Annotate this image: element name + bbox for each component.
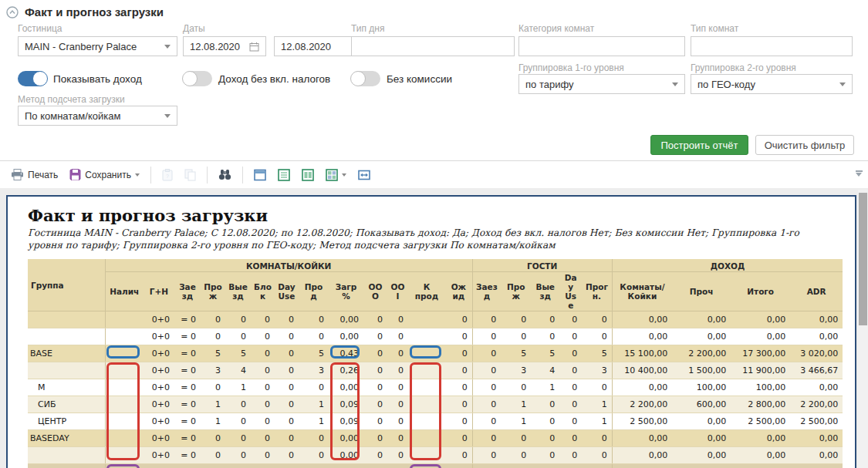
- group-cell: [28, 464, 105, 468]
- table-cell: 15 100,00: [612, 345, 672, 362]
- room-type-input[interactable]: [697, 41, 846, 52]
- table-cell: = 0: [174, 396, 201, 413]
- view-document-button[interactable]: [275, 167, 293, 183]
- table-cell: 0: [387, 328, 408, 345]
- day-type-input[interactable]: [358, 41, 508, 52]
- table-cell: 1 500,00: [672, 362, 731, 379]
- table-cell: 17 300,00: [731, 464, 790, 468]
- room-type-field[interactable]: [691, 36, 853, 56]
- fit-width-icon: [358, 169, 370, 181]
- table-cell: 2 200,00: [612, 396, 672, 413]
- table-cell: 0: [363, 328, 387, 345]
- grouping2-select[interactable]: по ГЕО-коду: [691, 74, 853, 94]
- column-header: ADR: [790, 271, 843, 311]
- clear-filter-button[interactable]: Очистить фильтр: [755, 135, 854, 155]
- view-grid-button[interactable]: [323, 167, 350, 183]
- table-cell: 0: [582, 328, 612, 345]
- table-cell: 5: [201, 345, 225, 362]
- vertical-scrollbar[interactable]: [858, 190, 868, 468]
- table-cell: 0: [582, 311, 612, 328]
- no-commission-toggle[interactable]: [351, 71, 380, 86]
- table-cell: 0: [531, 413, 559, 430]
- table-cell: 1 150: [105, 464, 144, 468]
- table-cell: 0: [363, 464, 387, 468]
- scrollbar-thumb[interactable]: [859, 193, 867, 325]
- print-button[interactable]: Печать: [8, 167, 61, 183]
- table-cell: 0,00: [672, 430, 731, 447]
- report-title: Факт и прогноз загрузки: [28, 206, 850, 225]
- day-type-field[interactable]: [351, 36, 515, 56]
- paste-button[interactable]: ?: [159, 167, 176, 183]
- table-cell: 0: [275, 311, 299, 328]
- table-cell: 1: [582, 396, 612, 413]
- column-header: Выезд: [531, 271, 559, 311]
- income-no-tax-toggle-row: Доход без вкл. налогов: [183, 71, 330, 86]
- table-cell: 100,00: [731, 379, 790, 396]
- table-cell: 1 145: [408, 464, 445, 468]
- chevron-down-icon: [135, 173, 140, 177]
- table-cell: = 0: [174, 447, 201, 464]
- date-to-field[interactable]: 12.08.2020: [274, 36, 360, 56]
- table-cell: 0,00: [731, 447, 790, 464]
- table-cell: 0: [472, 345, 501, 362]
- hotel-select[interactable]: MAIN - Cranberry Palace: [18, 36, 177, 56]
- view-window-button[interactable]: [251, 167, 269, 183]
- room-category-input[interactable]: [525, 41, 678, 52]
- income-no-tax-toggle[interactable]: [183, 71, 212, 86]
- show-income-toggle[interactable]: [18, 71, 47, 86]
- table-cell: 1: [201, 413, 225, 430]
- toolbar-separator: [150, 167, 151, 183]
- table-cell: 0,00: [790, 447, 843, 464]
- table-row: 0+0= 0000000,00000000000,000,000,000,00: [28, 311, 843, 328]
- room-category-field[interactable]: [518, 36, 685, 56]
- toggle-knob: [182, 71, 198, 86]
- table-cell: 0: [251, 447, 275, 464]
- table-cell: [408, 379, 445, 396]
- report-table-wrap: ГруппаКОМНАТЫ/КОЙКИГОСТИДОХОДНаличГ+НЗае…: [28, 259, 843, 468]
- column-header: Загр %: [329, 271, 363, 311]
- table-cell: 0: [251, 413, 275, 430]
- table-cell: 0: [251, 396, 275, 413]
- column-header: Блок: [251, 271, 275, 311]
- table-cell: 0: [275, 362, 299, 379]
- table-cell: 0: [445, 413, 472, 430]
- table-cell: 0+0: [144, 464, 174, 468]
- table-cell: 0+0: [144, 413, 174, 430]
- collapse-panel-icon[interactable]: [6, 6, 19, 19]
- table-cell: 0: [275, 345, 299, 362]
- table-cell: 0,43: [329, 464, 363, 468]
- build-report-button[interactable]: Построить отчёт: [650, 135, 748, 155]
- table-cell: 0,43: [329, 345, 363, 362]
- grouping2-value: по ГЕО-коду: [697, 79, 755, 90]
- table-cell: 600,00: [672, 396, 731, 413]
- binoculars-icon: [218, 169, 231, 180]
- count-method-select[interactable]: По комнатам/койкам: [18, 106, 177, 126]
- no-commission-toggle-row: Без комиссии: [351, 71, 452, 86]
- table-cell: 0: [472, 413, 501, 430]
- paste-icon: ?: [162, 169, 173, 181]
- table-cell: = 0: [174, 430, 201, 447]
- save-button[interactable]: Сохранить: [66, 167, 143, 183]
- column-header: Налич: [105, 271, 144, 311]
- table-cell: 1: [299, 396, 329, 413]
- table-cell: 0: [531, 396, 559, 413]
- table-cell: 0: [275, 430, 299, 447]
- table-cell: 1: [201, 396, 225, 413]
- copy-button[interactable]: [181, 167, 199, 183]
- collapse-toolbar-icon[interactable]: [854, 170, 863, 177]
- table-cell: = 0: [174, 362, 201, 379]
- column-header: Ожид: [445, 271, 472, 311]
- table-cell: 0: [275, 413, 299, 430]
- column-header: Прогн.: [582, 271, 612, 311]
- fit-width-button[interactable]: [355, 167, 373, 183]
- table-cell: 11 900,00: [731, 362, 790, 379]
- calendar-icon[interactable]: [249, 42, 259, 52]
- table-cell: 0: [251, 328, 275, 345]
- view-columns-button[interactable]: [299, 167, 317, 183]
- search-button[interactable]: [215, 167, 235, 183]
- table-cell: 10 400,00: [612, 362, 672, 379]
- grouping1-select[interactable]: по тарифу: [518, 74, 685, 94]
- table-cell: [105, 379, 144, 396]
- date-from-field[interactable]: 12.08.2020: [183, 36, 266, 56]
- table-cell: 0: [363, 430, 387, 447]
